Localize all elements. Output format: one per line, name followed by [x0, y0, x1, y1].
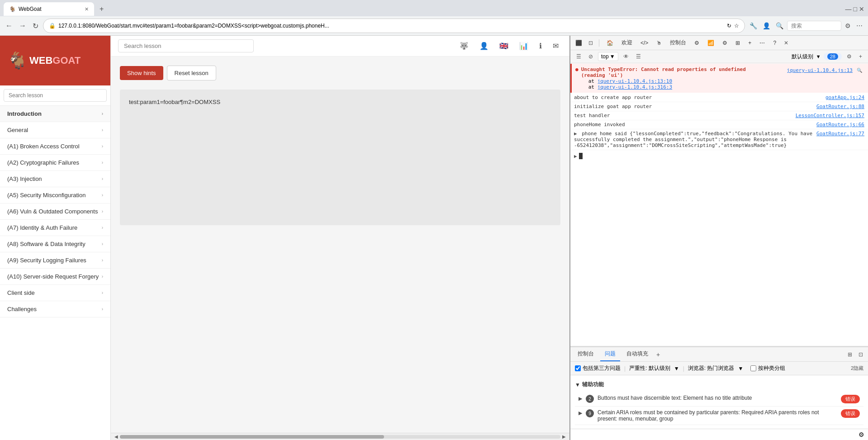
devtools-circle-cancel[interactable]: ⊘: [586, 52, 595, 61]
devtools-gear-btn[interactable]: ⚙: [844, 52, 854, 61]
extensions-btn[interactable]: 🔧: [748, 20, 759, 31]
devtools-cursor-item[interactable]: 🖱: [653, 38, 665, 47]
sidebar-search-input[interactable]: [4, 89, 107, 102]
console-source-test[interactable]: LessonController.js:157: [796, 113, 864, 118]
search-btn[interactable]: 🔍: [774, 20, 785, 31]
sidebar-item-software-data[interactable]: (A8) Software & Data Integrity ›: [0, 236, 110, 252]
devtools-grid-item[interactable]: ⊞: [732, 38, 744, 47]
user-icon-btn[interactable]: 👤: [476, 40, 492, 52]
console-source-phone-invoked[interactable]: GoatRouter.js:66: [816, 122, 864, 128]
group-by-label[interactable]: 按种类分组: [750, 364, 785, 372]
devtools-plus-btn[interactable]: +: [857, 52, 864, 61]
maximize-btn[interactable]: □: [854, 5, 857, 13]
browser-dropdown[interactable]: ▼: [738, 365, 743, 372]
browser-search-input[interactable]: [787, 21, 841, 31]
third-party-checkbox-label[interactable]: 包括第三方问题: [575, 364, 621, 372]
user-profile-btn[interactable]: 👤: [761, 20, 772, 31]
tab-issues[interactable]: 问题: [600, 347, 620, 361]
devtools-sidebar-toggle[interactable]: ☰: [574, 52, 583, 61]
settings-btn[interactable]: ⚙: [843, 20, 853, 31]
sidebar-item-broken-access[interactable]: (A1) Broken Access Control ›: [0, 138, 110, 155]
sidebar-item-security-misc[interactable]: (A5) Security Misconfiguration ›: [0, 187, 110, 203]
minimize-btn[interactable]: —: [845, 5, 852, 13]
tab-console[interactable]: 控制台: [573, 347, 598, 361]
sidebar-item-security-logging[interactable]: (A9) Security Logging Failures ›: [0, 252, 110, 269]
sidebar-item-vuln-outdated[interactable]: (A6) Vuln & Outdated Components ›: [0, 203, 110, 220]
devtools-bottom-settings-btn[interactable]: ⚙: [859, 431, 864, 438]
issue1-expand-icon[interactable]: ▶: [579, 396, 582, 402]
severity-dropdown[interactable]: ▼: [674, 365, 679, 372]
devtools-help-item[interactable]: ?: [769, 38, 780, 47]
devtools-network-item[interactable]: 📶: [704, 38, 718, 47]
sidebar-item-identity-auth[interactable]: (A7) Identity & Auth Failure ›: [0, 220, 110, 236]
console-source-phone-said[interactable]: GoatRouter.js:77: [816, 131, 864, 137]
scroll-right-btn[interactable]: ▶: [560, 434, 568, 439]
console-source-router[interactable]: goatApp.js:24: [825, 95, 864, 100]
sidebar-item-injection[interactable]: (A3) Injection ›: [0, 171, 110, 187]
level-dropdown-icon[interactable]: ▼: [816, 54, 821, 59]
console-source-init[interactable]: GoatRouter.js:88: [816, 104, 864, 109]
browser-tab-active[interactable]: 🐐 WebGoat ✕: [4, 2, 94, 16]
info-icon-btn[interactable]: ℹ: [536, 40, 545, 52]
horizontal-scrollbar[interactable]: ◀ ▶: [111, 433, 569, 440]
sidebar-item-general[interactable]: General ›: [0, 122, 110, 138]
devtools-more-item[interactable]: ⋯: [756, 38, 768, 47]
logo-text2: GOAT: [52, 55, 81, 66]
error-link2[interactable]: jquery-ui-1.10.4.js:316:3: [598, 84, 673, 90]
issue2-badge[interactable]: 错误: [841, 409, 860, 418]
scrollbar-thumb[interactable]: [120, 435, 384, 439]
sidebar-item-challenges[interactable]: Challenges ›: [0, 301, 110, 317]
address-bar[interactable]: 🔒 ↻ ☆: [43, 19, 745, 33]
top-selector[interactable]: top ▼: [598, 52, 618, 61]
devtools-pointer-btn[interactable]: ⊡: [586, 38, 595, 47]
forward-button[interactable]: →: [17, 20, 28, 32]
sidebar-item-ssrf[interactable]: (A10) Server-side Request Forgery ›: [0, 269, 110, 285]
devtools-source-item[interactable]: </>: [637, 38, 652, 47]
expand-icon[interactable]: ▶: [574, 131, 577, 137]
tab-close-icon[interactable]: ✕: [85, 6, 89, 12]
url-input[interactable]: [58, 23, 724, 29]
mail-icon-btn[interactable]: ✉: [549, 40, 562, 52]
group-by-checkbox[interactable]: [750, 365, 756, 371]
error-link1[interactable]: jquery-ui-1.10.4.js:13:10: [598, 78, 673, 84]
scroll-left-btn[interactable]: ◀: [113, 434, 120, 439]
more-btn[interactable]: ⋯: [854, 20, 864, 31]
devtools-home-btn[interactable]: 🏠: [603, 38, 617, 47]
new-tab-button[interactable]: +: [96, 3, 107, 15]
devtools-eye-btn[interactable]: 👁: [621, 52, 631, 61]
flag-icon-btn[interactable]: 🇬🇧: [496, 40, 512, 52]
devtools-console-item[interactable]: 控制台: [666, 38, 690, 48]
devtools-dock-left[interactable]: ⊞: [845, 350, 854, 359]
devtools-dock-right[interactable]: ⊡: [856, 350, 865, 359]
error-source[interactable]: jquery-ui-1.10.4.js:13: [787, 67, 853, 73]
issue1-badge[interactable]: 错误: [841, 395, 860, 403]
sidebar-label-broken-access: (A1) Broken Access Control: [7, 143, 80, 150]
section-expand-icon[interactable]: ▼: [575, 382, 580, 388]
refresh-icon[interactable]: ↻: [727, 23, 731, 29]
sidebar-item-crypto[interactable]: (A2) Cryptographic Failures ›: [0, 155, 110, 171]
issue2-expand-icon[interactable]: ▶: [579, 410, 582, 416]
sidebar-item-introduction[interactable]: Introduction ›: [0, 106, 110, 122]
devtools-inspect-btn[interactable]: ⬛: [573, 38, 584, 47]
devtools-filter-btn[interactable]: ☰: [634, 52, 643, 61]
back-button[interactable]: ←: [4, 20, 14, 32]
reset-lesson-button[interactable]: Reset lesson: [167, 66, 216, 80]
devtools-welcome-item[interactable]: 欢迎: [618, 38, 636, 48]
devtools-close-btn[interactable]: ✕: [782, 38, 791, 47]
close-browser-btn[interactable]: ✕: [859, 5, 864, 13]
refresh-button[interactable]: ↻: [31, 20, 40, 32]
devtools-settings-menu-item[interactable]: ⚙: [719, 38, 731, 47]
star-icon[interactable]: ☆: [734, 23, 739, 29]
wolf-icon-btn[interactable]: 🐺: [456, 40, 472, 52]
tab-add-btn[interactable]: +: [655, 349, 662, 360]
scrollbar-track[interactable]: [120, 435, 560, 439]
devtools-perf-item[interactable]: ⚙: [691, 38, 703, 47]
error-search-btn[interactable]: 🔍: [854, 66, 864, 74]
show-hints-button[interactable]: Show hints: [120, 66, 163, 80]
chart-icon-btn[interactable]: 📊: [516, 40, 532, 52]
sidebar-item-client-side[interactable]: Client side ›: [0, 285, 110, 301]
third-party-checkbox[interactable]: [575, 365, 581, 371]
tab-autofill[interactable]: 自动填充: [622, 347, 653, 361]
topbar-search-input[interactable]: [118, 39, 254, 52]
devtools-add-item[interactable]: +: [745, 38, 755, 47]
